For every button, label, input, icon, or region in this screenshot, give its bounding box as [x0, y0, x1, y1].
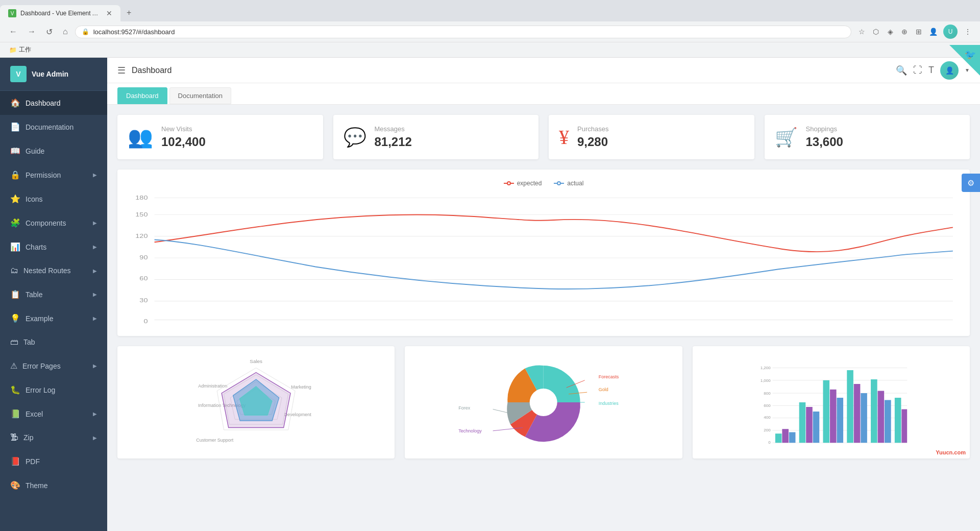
sidebar-item-zip[interactable]: 🗜 Zip ▶ [0, 426, 107, 449]
pdf-icon: 📕 [10, 456, 20, 466]
components-chevron-icon: ▶ [93, 220, 97, 226]
sidebar-item-nested-routes-label: Nested Routes [23, 267, 71, 275]
svg-rect-64 [782, 429, 789, 443]
sidebar-item-example[interactable]: 💡 Example ▶ [0, 306, 107, 330]
sidebar-item-documentation-label: Documentation [26, 123, 74, 131]
shoppings-icon: 🛒 [775, 127, 798, 148]
forward-button[interactable]: → [24, 25, 39, 38]
settings-icon[interactable]: T [928, 65, 934, 76]
sidebar-item-icons-label: Icons [26, 195, 42, 203]
sidebar-item-guide[interactable]: 📖 Guide [0, 139, 107, 163]
svg-text:400: 400 [764, 415, 771, 420]
tab-dashboard[interactable]: Dashboard [117, 87, 167, 104]
sidebar-item-error-pages[interactable]: ⚠ Error Pages ▶ [0, 354, 107, 378]
reload-button[interactable]: ↺ [43, 25, 56, 39]
extension-icon-1[interactable]: ⬡ [870, 26, 882, 38]
extension-icon-3[interactable]: ⊕ [898, 26, 911, 38]
new-visits-value: 102,400 [161, 135, 206, 149]
browser-tab-active[interactable]: V Dashboard - Vue Element Ad... ✕ [0, 5, 120, 21]
legend-actual: actual [554, 180, 583, 187]
extension-icon-5[interactable]: 👤 [927, 26, 939, 38]
sidebar-item-pdf-left: 📕 PDF [10, 456, 40, 466]
purchases-info: Purchases 9,280 [577, 125, 608, 149]
sidebar-item-tab[interactable]: 🗃 Tab [0, 330, 107, 354]
svg-rect-69 [823, 380, 829, 443]
svg-rect-78 [895, 398, 901, 443]
stat-card-new-visits: 👥 New Visits 102,400 [117, 115, 323, 159]
sidebar-item-nested-routes[interactable]: 🗂 Nested Routes ▶ [0, 259, 107, 282]
example-chevron-icon: ▶ [93, 316, 97, 321]
sidebar-item-icons-left: ⭐ Icons [10, 194, 42, 204]
svg-text:Tue: Tue [286, 325, 298, 326]
charts-chevron-icon: ▶ [93, 244, 97, 250]
svg-text:0: 0 [143, 319, 148, 325]
sidebar-item-zip-left: 🗜 Zip [10, 433, 33, 442]
extension-icon-2[interactable]: ◈ [884, 26, 896, 38]
guide-icon: 📖 [10, 146, 20, 156]
chart-legend: expected actual [128, 180, 960, 187]
tab-documentation[interactable]: Documentation [169, 87, 231, 104]
line-chart-section: expected actual 0 30 60 90 120 [117, 170, 970, 336]
sidebar-item-error-log[interactable]: 🐛 Error Log [0, 378, 107, 402]
back-button[interactable]: ← [6, 25, 20, 38]
url-input[interactable] [93, 28, 845, 36]
error-pages-chevron-icon: ▶ [93, 363, 97, 369]
bookmark-work[interactable]: 📁 工作 [6, 44, 34, 55]
main-content: ☰ Dashboard 🔍 ⛶ T 👤 ▼ Dashboard Document… [107, 58, 980, 531]
table-chevron-icon: ▶ [93, 292, 97, 297]
chrome-user-avatar[interactable]: U [943, 25, 958, 39]
table-icon: 📋 [10, 289, 20, 299]
sidebar-item-pdf[interactable]: 📕 PDF [0, 449, 107, 473]
svg-text:800: 800 [764, 391, 771, 396]
sidebar-item-permission[interactable]: 🔒 Permission ▶ [0, 163, 107, 187]
logo-icon: V [10, 66, 27, 82]
address-bar[interactable]: 🔒 [75, 26, 851, 38]
hamburger-menu-icon[interactable]: ☰ [117, 65, 126, 76]
svg-rect-65 [789, 432, 796, 443]
svg-text:Sat: Sat [826, 325, 838, 326]
new-visits-info: New Visits 102,400 [161, 125, 206, 149]
sidebar-item-icons[interactable]: ⭐ Icons [0, 187, 107, 211]
sidebar-item-theme[interactable]: 🎨 Theme [0, 473, 107, 497]
sidebar-item-dashboard[interactable]: 🏠 Dashboard [0, 91, 107, 115]
search-icon[interactable]: 🔍 [896, 65, 907, 76]
legend-expected: expected [504, 180, 542, 187]
svg-rect-68 [813, 412, 819, 443]
new-tab-button[interactable]: + [120, 4, 137, 21]
extension-icon-4[interactable]: ⊞ [913, 26, 925, 38]
browser-toolbar: ← → ↺ ⌂ 🔒 ☆ ⬡ ◈ ⊕ ⊞ 👤 U ⋮ [0, 21, 980, 42]
excel-icon: 📗 [10, 409, 20, 419]
settings-fab-button[interactable]: ⚙ [962, 174, 980, 192]
sidebar-item-table[interactable]: 📋 Table ▶ [0, 282, 107, 306]
svg-rect-70 [830, 390, 837, 443]
excel-chevron-icon: ▶ [93, 411, 97, 417]
svg-rect-72 [847, 370, 853, 443]
tab-close-button[interactable]: ✕ [106, 9, 112, 17]
bookmark-star-icon[interactable]: ☆ [855, 26, 868, 38]
chrome-menu-icon[interactable]: ⋮ [962, 26, 974, 38]
svg-text:200: 200 [764, 428, 771, 432]
sidebar-item-documentation[interactable]: 📄 Documentation [0, 115, 107, 139]
home-button[interactable]: ⌂ [60, 25, 71, 38]
watermark: Yuucn.com [934, 448, 968, 456]
messages-info: Messages 81,212 [375, 125, 412, 149]
svg-text:180: 180 [135, 195, 148, 201]
stat-card-messages: 💬 Messages 81,212 [333, 115, 539, 159]
fullscreen-icon[interactable]: ⛶ [913, 65, 922, 76]
sidebar-item-components[interactable]: 🧩 Components ▶ [0, 211, 107, 235]
charts-icon: 📊 [10, 242, 20, 252]
svg-text:Gold: Gold [599, 387, 608, 392]
svg-text:Forecasts: Forecasts [599, 374, 619, 379]
svg-text:Industries: Industries [599, 401, 619, 406]
nested-routes-icon: 🗂 [10, 266, 18, 275]
sidebar-item-charts[interactable]: 📊 Charts ▶ [0, 235, 107, 259]
shoppings-info: Shoppings 13,600 [806, 125, 843, 149]
tabs-bar: Dashboard Documentation [107, 83, 980, 105]
stat-card-purchases: ¥ Purchases 9,280 [549, 115, 754, 159]
bar-chart-card: 0 200 400 600 800 1,000 1,200 [693, 346, 970, 458]
svg-rect-75 [871, 379, 877, 443]
sidebar-item-excel[interactable]: 📗 Excel ▶ [0, 402, 107, 426]
bookmarks-bar: 📁 工作 [0, 42, 980, 57]
components-icon: 🧩 [10, 218, 20, 228]
corner-icon: 🐦 [965, 49, 976, 60]
